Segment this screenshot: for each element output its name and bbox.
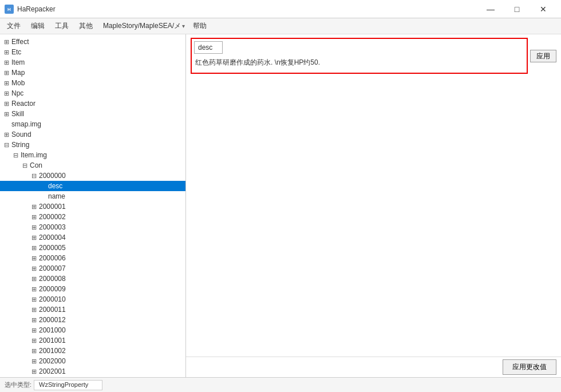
tree-item[interactable]: ⊟Item.img (0, 150, 185, 160)
tree-item[interactable]: ⊞2002002 (0, 377, 185, 377)
tree-item[interactable]: ⊞Skill (0, 109, 185, 119)
tree-expand-icon[interactable]: ⊞ (2, 89, 10, 97)
tree-expand-icon[interactable]: ⊞ (2, 130, 10, 138)
tree-item[interactable]: ⊞2000006 (0, 253, 185, 263)
tree-expand-icon[interactable]: ⊞ (2, 110, 10, 118)
tree-expand-icon[interactable] (39, 192, 47, 200)
tree-expand-icon[interactable]: ⊞ (30, 295, 38, 303)
tree-expand-icon[interactable]: ⊞ (2, 38, 10, 46)
tree-item[interactable]: ⊞2001000 (0, 325, 185, 335)
tree-expand-icon[interactable]: ⊞ (30, 275, 38, 283)
tree-expand-icon[interactable]: ⊟ (21, 161, 29, 169)
tree-item[interactable]: ⊟String (0, 140, 185, 150)
menu-tools[interactable]: 工具 (50, 19, 73, 33)
tree-expand-icon[interactable]: ⊞ (30, 264, 38, 272)
content-spacer (186, 75, 561, 357)
tree-item[interactable]: ⊞2000011 (0, 304, 185, 315)
minimize-button[interactable]: — (477, 0, 504, 18)
tree-expand-icon[interactable]: ⊞ (30, 203, 38, 211)
tree-item[interactable]: ⊞2000010 (0, 294, 185, 304)
maximize-button[interactable]: □ (504, 0, 530, 18)
tree-item-label: desc (48, 182, 62, 190)
tree-expand-icon[interactable]: ⊞ (30, 347, 38, 355)
tree-item[interactable]: ⊟2000000 (0, 171, 185, 181)
tree-expand-icon[interactable]: ⊞ (30, 316, 38, 324)
tree-item-label: 2002000 (39, 357, 66, 365)
svg-text:H: H (7, 7, 11, 12)
tree-expand-icon[interactable]: ⊞ (30, 233, 38, 241)
tree-item[interactable]: ⊞Effect (0, 37, 185, 47)
tree-expand-icon[interactable]: ⊟ (2, 141, 10, 149)
file-path: MapleStory/MapleSEA/メ ▾ (103, 21, 185, 31)
tree-item[interactable]: desc (0, 181, 185, 191)
tree-item[interactable]: ⊞2002001 (0, 366, 185, 377)
tree-expand-icon[interactable]: ⊞ (2, 69, 10, 77)
tree-item-label: 2000000 (39, 172, 66, 180)
tree-expand-icon[interactable]: ⊞ (30, 213, 38, 221)
tree-item-label: Skill (11, 110, 24, 118)
tree-item[interactable]: ⊞Map (0, 68, 185, 78)
right-column: desc 红色药草研磨作成的药水. \n恢复HP约50. 应用 应用更改值 (186, 34, 561, 377)
close-button[interactable]: ✕ (530, 0, 556, 18)
status-value: WzStringProperty (34, 380, 102, 390)
tree-item-label: 2001001 (39, 336, 66, 345)
tree-item[interactable]: ⊞2001001 (0, 335, 185, 346)
tree-item[interactable]: ⊞2000005 (0, 243, 185, 253)
tree-item[interactable]: ⊞Mob (0, 78, 185, 88)
tree-expand-icon[interactable]: ⊞ (30, 244, 38, 252)
tree-item[interactable]: ⊞2000008 (0, 274, 185, 284)
tree-panel[interactable]: ⊞Effect⊞Etc⊞Item⊞Map⊞Mob⊞Npc⊞Reactor⊞Ski… (0, 34, 186, 377)
field-label: desc (194, 41, 223, 54)
tree-item-label: Npc (11, 89, 23, 97)
content-area: desc 红色药草研磨作成的药水. \n恢复HP约50. (191, 38, 528, 74)
tree-expand-icon[interactable]: ⊞ (2, 100, 10, 108)
tree-item[interactable]: ⊞2000012 (0, 315, 185, 325)
tree-expand-icon[interactable]: ⊞ (30, 357, 38, 365)
tree-item[interactable]: ⊞2000009 (0, 284, 185, 294)
tree-expand-icon[interactable]: ⊞ (30, 306, 38, 314)
tree-expand-icon[interactable]: ⊞ (30, 336, 38, 345)
tree-item[interactable]: ⊞2000001 (0, 201, 185, 212)
tree-item-label: Mob (11, 79, 25, 87)
apply-changes-button[interactable]: 应用更改值 (503, 359, 556, 375)
tree-item[interactable]: ⊞Npc (0, 88, 185, 98)
tree-item[interactable]: ⊟Con (0, 160, 185, 171)
tree-expand-icon[interactable]: ⊞ (30, 254, 38, 262)
menu-edit[interactable]: 编辑 (26, 19, 49, 33)
tree-expand-icon[interactable]: ⊞ (30, 285, 38, 293)
tree-item[interactable]: ⊞Sound (0, 129, 185, 140)
tree-expand-icon[interactable]: ⊞ (2, 48, 10, 56)
tree-expand-icon[interactable]: ⊟ (11, 151, 19, 159)
apply-button[interactable]: 应用 (530, 50, 556, 62)
tree-expand-icon[interactable]: ⊞ (2, 58, 10, 66)
tree-item-label: 2000007 (39, 264, 66, 272)
tree-item[interactable]: ⊞Reactor (0, 98, 185, 109)
field-header-row: desc (194, 41, 524, 54)
tree-item[interactable]: ⊞2000004 (0, 232, 185, 243)
tree-item[interactable]: ⊞2002000 (0, 356, 185, 366)
tree-expand-icon[interactable]: ⊞ (30, 223, 38, 231)
tree-item[interactable]: ⊞Etc (0, 47, 185, 57)
titlebar-controls: — □ ✕ (477, 0, 556, 18)
tree-item-label: String (11, 141, 29, 149)
tree-item[interactable]: ⊞Item (0, 57, 185, 68)
menu-help[interactable]: 帮助 (188, 19, 211, 33)
tree-expand-icon[interactable]: ⊞ (30, 326, 38, 334)
tree-item-label: Reactor (11, 100, 35, 108)
tree-expand-icon[interactable]: ⊟ (30, 172, 38, 180)
tree-item[interactable]: name (0, 191, 185, 201)
tree-item[interactable]: ⊞2001002 (0, 346, 185, 356)
tree-item-label: 2000004 (39, 233, 66, 241)
tree-expand-icon[interactable]: ⊞ (30, 367, 38, 375)
tree-expand-icon[interactable] (2, 120, 10, 128)
tree-item[interactable]: ⊞2000002 (0, 212, 185, 222)
menu-other[interactable]: 其他 (74, 19, 97, 33)
tree-item[interactable]: ⊞2000007 (0, 263, 185, 274)
tree-item-label: Etc (11, 48, 21, 56)
menu-file[interactable]: 文件 (2, 19, 25, 33)
tree-item[interactable]: ⊞2000003 (0, 222, 185, 232)
main-area: ⊞Effect⊞Etc⊞Item⊞Map⊞Mob⊞Npc⊞Reactor⊞Ski… (0, 34, 561, 377)
tree-expand-icon[interactable]: ⊞ (2, 79, 10, 87)
tree-expand-icon[interactable] (39, 182, 47, 190)
tree-item[interactable]: smap.img (0, 119, 185, 129)
